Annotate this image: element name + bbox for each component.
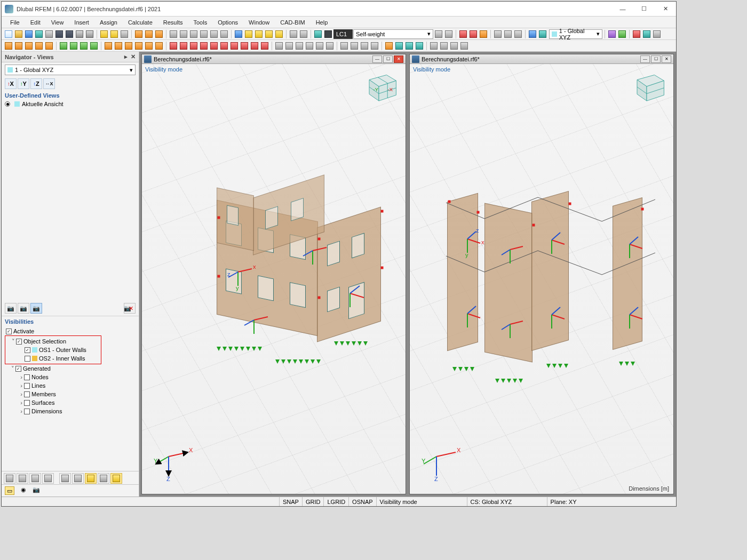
navbtn-2-icon[interactable] [17, 473, 28, 484]
generated-checkbox[interactable] [15, 366, 21, 372]
vp2-close-icon[interactable]: ✕ [662, 55, 671, 63]
vp2-canvas[interactable]: Visibility mode [410, 64, 673, 494]
menu-edit[interactable]: Edit [25, 18, 46, 27]
close-button[interactable]: ✕ [655, 2, 676, 17]
status-grid[interactable]: GRID [302, 497, 324, 506]
os2-checkbox[interactable] [25, 356, 30, 362]
camera-3-icon[interactable]: 📷 [30, 303, 42, 314]
vp1-canvas[interactable]: Visibility mode -Y-X [142, 64, 406, 494]
vw3-icon[interactable] [295, 41, 304, 51]
saveall-icon[interactable] [65, 29, 74, 39]
axis-reset-button[interactable]: ↔X [43, 78, 55, 89]
wand1-icon[interactable] [134, 29, 144, 39]
minimize-button[interactable]: — [612, 2, 633, 17]
grid2-icon[interactable] [538, 29, 547, 39]
vp2-min-icon[interactable]: — [640, 55, 650, 63]
ld9-icon[interactable] [250, 41, 259, 51]
box3-icon[interactable] [404, 41, 414, 51]
object-selection-row[interactable]: ˅ Object Selection [5, 337, 101, 346]
camera-1-icon[interactable]: 📷 [5, 303, 17, 314]
open-icon[interactable] [14, 29, 23, 39]
sheet5-icon[interactable] [209, 29, 219, 39]
line3-icon[interactable] [124, 41, 133, 51]
pal1-icon[interactable] [313, 29, 323, 39]
os2-row[interactable]: OS2 - Inner Walls [5, 354, 101, 363]
menu-help[interactable]: Help [311, 18, 333, 27]
menu-assign[interactable]: Assign [94, 18, 123, 27]
activate-checkbox-row[interactable]: Activate [5, 327, 139, 335]
ld5-icon[interactable] [209, 41, 219, 51]
wand3-icon[interactable] [154, 29, 164, 39]
layers-icon[interactable] [607, 29, 617, 39]
axis-x-button[interactable]: ↕X [5, 78, 17, 89]
panel-close-icon[interactable]: ✕ [131, 53, 136, 60]
lc-prev-icon[interactable] [434, 29, 443, 39]
zoom5-icon[interactable] [274, 29, 284, 39]
sheet4-icon[interactable] [199, 29, 209, 39]
axis-z-button[interactable]: ↕Z [30, 78, 42, 89]
sel3-icon[interactable] [360, 41, 369, 51]
cube-icon[interactable] [642, 29, 651, 39]
ld3-icon[interactable] [189, 41, 198, 51]
current-view-item[interactable]: Aktuelle Ansicht [2, 100, 139, 109]
sel1-icon[interactable] [339, 41, 349, 51]
members-row[interactable]: › Members [5, 390, 139, 398]
drop-icon[interactable] [652, 29, 662, 39]
ld1-icon[interactable] [169, 41, 178, 51]
members-checkbox[interactable] [24, 391, 30, 397]
box1-icon[interactable] [384, 41, 394, 51]
camera-2-icon[interactable]: 📷 [18, 303, 29, 314]
navbtn-8-icon[interactable] [98, 473, 109, 484]
print-icon[interactable] [75, 29, 84, 39]
save-icon[interactable] [54, 29, 64, 39]
nodes-row[interactable]: › Nodes [5, 373, 139, 381]
tab-camera-icon[interactable]: 📷 [33, 486, 40, 495]
line4-icon[interactable] [134, 41, 144, 51]
tab-navigator-icon[interactable]: ▭ [5, 486, 14, 495]
res3-icon[interactable] [513, 29, 523, 39]
surface-icon[interactable] [617, 29, 627, 39]
line5-icon[interactable] [144, 41, 154, 51]
wand2-icon[interactable] [144, 29, 154, 39]
lines-row[interactable]: › Lines [5, 381, 139, 390]
redo-icon[interactable] [109, 29, 119, 39]
lc-next-icon[interactable] [444, 29, 454, 39]
maximize-button[interactable]: ☐ [633, 2, 655, 17]
navigator-combo[interactable]: 1 - Global XYZ ▾ [5, 65, 136, 75]
zoom2-icon[interactable] [244, 29, 253, 39]
vp2-max-icon[interactable]: ☐ [651, 55, 661, 63]
supp1-icon[interactable] [59, 41, 68, 51]
grid1-icon[interactable] [528, 29, 537, 39]
axis-y-button[interactable]: ↕Y [18, 78, 29, 89]
vw1-icon[interactable] [274, 41, 284, 51]
obj2-icon[interactable] [14, 41, 23, 51]
navbtn-9-icon[interactable] [110, 473, 122, 484]
ax1-icon[interactable] [429, 41, 439, 51]
printpv-icon[interactable] [85, 29, 94, 39]
zoom4-icon[interactable] [264, 29, 274, 39]
box2-icon[interactable] [394, 41, 404, 51]
navbtn-7-icon[interactable] [85, 473, 97, 484]
vp1-close-icon[interactable]: ✕ [394, 55, 403, 63]
status-osnap[interactable]: OSNAP [348, 497, 376, 506]
dimensions-checkbox[interactable] [24, 409, 30, 414]
menu-file[interactable]: File [5, 18, 25, 27]
load3-icon[interactable] [479, 29, 488, 39]
panel-pin-icon[interactable]: ▸ [124, 53, 128, 60]
dim2-icon[interactable] [299, 29, 308, 39]
menu-window[interactable]: Window [243, 18, 275, 27]
menu-view[interactable]: View [46, 18, 69, 27]
status-snap[interactable]: SNAP [279, 497, 302, 506]
generated-row[interactable]: ˅ Generated [5, 364, 139, 373]
line2-icon[interactable] [114, 41, 123, 51]
pal2-icon[interactable] [323, 29, 333, 39]
tab-eye-icon[interactable]: ◉ [21, 486, 26, 495]
undo-icon[interactable] [99, 29, 109, 39]
menu-options[interactable]: Options [212, 18, 243, 27]
menu-insert[interactable]: Insert [69, 18, 94, 27]
surfaces-row[interactable]: › Surfaces [5, 398, 139, 407]
os1-checkbox[interactable] [25, 347, 30, 353]
supp4-icon[interactable] [89, 41, 99, 51]
vw6-icon[interactable] [325, 41, 335, 51]
sel4-icon[interactable] [370, 41, 379, 51]
